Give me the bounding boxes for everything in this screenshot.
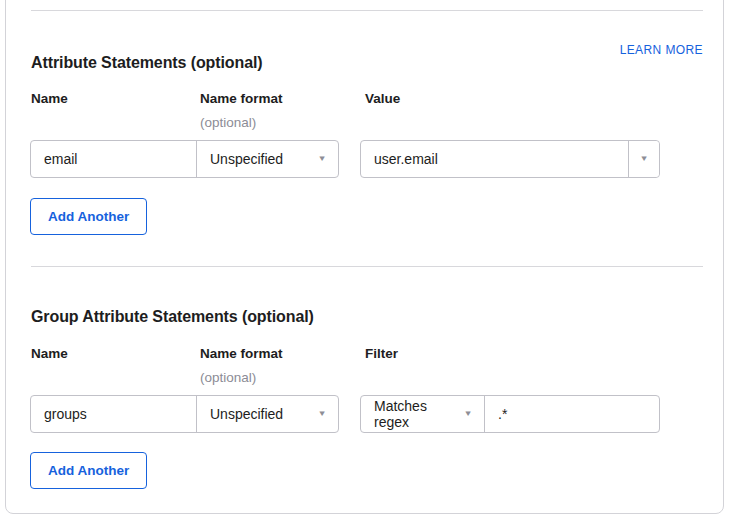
caret-down-icon: ▼ [317,155,326,163]
caret-down-icon: ▼ [464,410,473,418]
caret-down-icon: ▼ [639,155,648,163]
attribute-value-dropdown-button[interactable]: ▼ [628,141,659,177]
selected-name-format: Unspecified [210,406,283,422]
section-title: Group Attribute Statements (optional) [31,308,314,326]
attribute-name-format-select[interactable]: Unspecified ▼ [197,141,338,177]
attribute-value-combobox: ▼ [360,140,660,178]
attribute-name-input[interactable] [31,141,197,177]
attribute-value-input[interactable] [361,141,628,177]
selected-name-format: Unspecified [210,151,283,167]
selected-filter-type: Matches regex [374,398,464,430]
section-title: Attribute Statements (optional) [31,54,263,72]
top-section-divider [31,10,703,11]
column-header-name-format: Name format [200,91,283,106]
caret-down-icon: ▼ [317,410,326,418]
column-header-optional: (optional) [200,115,256,130]
section-divider [31,266,703,267]
filter-value-input[interactable] [485,396,659,432]
attribute-name-format-group: Unspecified ▼ [30,140,339,178]
learn-more-link[interactable]: LEARN MORE [620,43,703,57]
column-header-name: Name [31,91,68,106]
column-header-name: Name [31,346,68,361]
add-another-attribute-button[interactable]: Add Another [30,198,147,235]
column-header-filter: Filter [365,346,398,361]
filter-type-select[interactable]: Matches regex ▼ [361,396,485,432]
group-attribute-filter-group: Matches regex ▼ [360,395,660,433]
group-attribute-name-format-select[interactable]: Unspecified ▼ [197,396,338,432]
column-header-optional: (optional) [200,370,256,385]
add-another-group-attribute-button[interactable]: Add Another [30,452,147,489]
column-header-value: Value [365,91,400,106]
group-attribute-name-input[interactable] [31,396,197,432]
group-attribute-name-format-group: Unspecified ▼ [30,395,339,433]
column-header-name-format: Name format [200,346,283,361]
